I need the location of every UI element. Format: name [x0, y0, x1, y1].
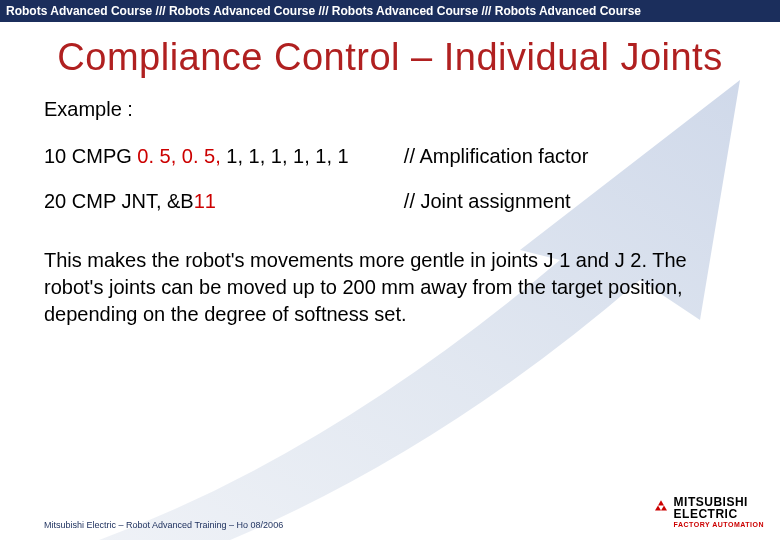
- example-label: Example :: [44, 98, 736, 121]
- code-example-table: 10 CMPG 0. 5, 0. 5, 1, 1, 1, 1, 1, 1 // …: [44, 139, 736, 229]
- code-highlight: 0. 5, 0. 5,: [137, 145, 220, 167]
- code-text: 1, 1, 1, 1, 1, 1: [221, 145, 349, 167]
- table-row: 20 CMP JNT, &B11 // Joint assignment: [44, 184, 736, 229]
- logo-brand-line2: ELECTRIC: [674, 508, 748, 520]
- code-comment-2: // Joint assignment: [404, 184, 736, 229]
- footer-text: Mitsubishi Electric – Robot Advanced Tra…: [44, 520, 283, 530]
- code-line-2: 20 CMP JNT, &B11: [44, 184, 404, 229]
- code-comment-1: // Amplification factor: [404, 139, 736, 184]
- code-highlight: 11: [194, 190, 216, 212]
- logo-subtext: FACTORY AUTOMATION: [674, 521, 764, 528]
- svg-marker-1: [655, 505, 661, 510]
- code-text: 20 CMP JNT, &B: [44, 190, 194, 212]
- code-text: 10 CMPG: [44, 145, 137, 167]
- svg-marker-0: [658, 500, 664, 505]
- body-paragraph: This makes the robot's movements more ge…: [44, 247, 736, 328]
- svg-marker-2: [661, 505, 667, 510]
- content-area: Example : 10 CMPG 0. 5, 0. 5, 1, 1, 1, 1…: [0, 98, 780, 328]
- table-row: 10 CMPG 0. 5, 0. 5, 1, 1, 1, 1, 1, 1 // …: [44, 139, 736, 184]
- mitsubishi-diamonds-icon: [652, 500, 670, 516]
- header-bar: Robots Advanced Course /// Robots Advanc…: [0, 0, 780, 22]
- slide-title: Compliance Control – Individual Joints: [40, 36, 740, 80]
- mitsubishi-logo: MITSUBISHI ELECTRIC FACTORY AUTOMATION: [652, 496, 764, 528]
- header-text: Robots Advanced Course /// Robots Advanc…: [6, 4, 641, 18]
- code-line-1: 10 CMPG 0. 5, 0. 5, 1, 1, 1, 1, 1, 1: [44, 139, 404, 184]
